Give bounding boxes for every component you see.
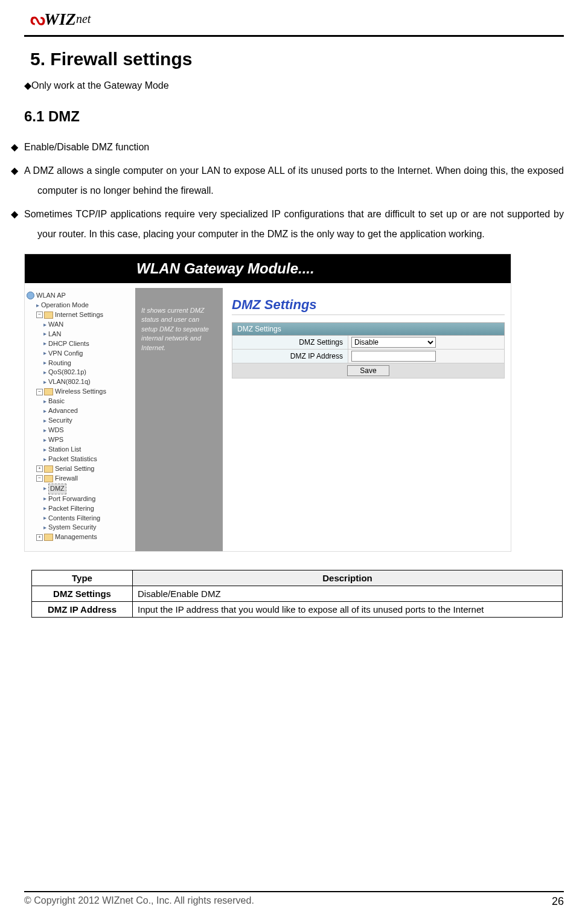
- tree-content-filt[interactable]: ▸Contents Filtering: [27, 514, 135, 523]
- ss-banner: WLAN Gateway Module....: [25, 254, 511, 288]
- td-type: DMZ Settings: [32, 586, 133, 602]
- tree-label: Port Forwarding: [48, 494, 95, 504]
- logo: ᔕ WIZnet: [24, 6, 564, 35]
- tree-op-mode[interactable]: ▸Operation Mode: [27, 301, 135, 310]
- tree-sys-sec[interactable]: ▸System Security: [27, 523, 135, 532]
- nav-tree: WLAN AP ▸Operation Mode −Internet Settin…: [25, 288, 135, 551]
- th-type: Type: [32, 570, 133, 586]
- description-table: Type Description DMZ Settings Disable/En…: [31, 570, 563, 618]
- arrow-icon: ▸: [43, 407, 46, 416]
- tree-basic[interactable]: ▸Basic: [27, 397, 135, 406]
- tree-dmz[interactable]: ▸DMZ: [27, 484, 135, 494]
- page-number: 26: [552, 895, 564, 908]
- tree-packet-filt[interactable]: ▸Packet Filtering: [27, 504, 135, 514]
- tree-label: System Security: [48, 523, 96, 532]
- tree-wds[interactable]: ▸WDS: [27, 426, 135, 435]
- tree-mgmt[interactable]: +Managements: [27, 532, 135, 542]
- save-button[interactable]: Save: [347, 365, 389, 376]
- tree-packet-stat[interactable]: ▸Packet Statistics: [27, 455, 135, 464]
- tree-advanced[interactable]: ▸Advanced: [27, 406, 135, 416]
- tree-label: WLAN AP: [36, 291, 66, 301]
- tree-label: Wireless Settings: [55, 387, 106, 397]
- note-gateway: ◆ Only work at the Gateway Mode: [24, 78, 564, 93]
- tree-label: Packet Statistics: [48, 455, 97, 464]
- heading-firewall: 5. Firewall settings: [30, 49, 564, 69]
- panel-label: DMZ IP Address: [232, 350, 348, 363]
- arrow-icon: ▸: [43, 368, 46, 377]
- page-footer: © Copyright 2012 WIZnet Co., Inc. All ri…: [24, 891, 564, 908]
- arrow-icon: ▸: [43, 397, 46, 406]
- bullet-text: Enable/Disable DMZ function: [24, 142, 149, 152]
- panel-label: DMZ Settings: [232, 336, 348, 349]
- tree-wan[interactable]: ▸WAN: [27, 320, 135, 330]
- arrow-icon: ▸: [43, 455, 46, 464]
- tree-routing[interactable]: ▸Routing: [27, 359, 135, 368]
- tree-serial[interactable]: +Serial Setting: [27, 464, 135, 474]
- tree-lan[interactable]: ▸LAN: [27, 330, 135, 339]
- tree-vlan[interactable]: ▸VLAN(802.1q): [27, 377, 135, 387]
- tree-station[interactable]: ▸Station List: [27, 445, 135, 455]
- arrow-icon: ▸: [43, 494, 46, 503]
- tree-label: Serial Setting: [55, 464, 94, 474]
- dmz-ip-input[interactable]: [351, 351, 436, 362]
- tree-label: Routing: [48, 359, 71, 368]
- tree-label-selected: DMZ: [48, 484, 66, 494]
- dmz-settings-select[interactable]: Disable: [351, 337, 436, 348]
- table-header-row: Type Description: [32, 570, 563, 586]
- bullet-3: ◆ Sometimes TCP/IP applications require …: [24, 204, 564, 244]
- bullet-1: ◆ Enable/Disable DMZ function: [24, 137, 564, 158]
- globe-icon: [27, 292, 34, 299]
- tree-label: LAN: [48, 330, 61, 339]
- tree-label: Contents Filtering: [48, 514, 100, 523]
- minus-icon[interactable]: −: [36, 311, 43, 318]
- tree-label: DHCP Clients: [48, 339, 89, 349]
- panel-save-row: Save: [232, 363, 505, 379]
- tree-label: Advanced: [48, 406, 78, 416]
- arrow-icon: ▸: [43, 523, 46, 532]
- tree-wps[interactable]: ▸WPS: [27, 435, 135, 445]
- minus-icon[interactable]: −: [36, 389, 43, 395]
- page-header: ᔕ WIZnet: [24, 6, 564, 37]
- arrow-icon: ▸: [43, 514, 46, 523]
- tree-label: Internet Settings: [55, 310, 103, 320]
- logo-brand2: net: [76, 12, 91, 26]
- arrow-icon: ▸: [43, 436, 46, 445]
- heading-dmz: 6.1 DMZ: [24, 108, 564, 125]
- bullet-2: ◆ A DMZ allows a single computer on your…: [24, 161, 564, 201]
- arrow-icon: ▸: [43, 417, 46, 426]
- panel-header: DMZ Settings: [232, 322, 505, 336]
- tree-security[interactable]: ▸Security: [27, 416, 135, 426]
- tree-label: Packet Filtering: [48, 504, 94, 514]
- panel-row-dmz-setting: DMZ Settings Disable: [232, 336, 505, 350]
- tree-dhcp[interactable]: ▸DHCP Clients: [27, 339, 135, 349]
- tree-wireless[interactable]: −Wireless Settings: [27, 387, 135, 397]
- tree-vpn[interactable]: ▸VPN Config: [27, 349, 135, 359]
- tree-label: Managements: [55, 532, 97, 542]
- plus-icon[interactable]: +: [36, 465, 43, 472]
- tree-internet[interactable]: −Internet Settings: [27, 310, 135, 320]
- ss-banner-title: WLAN Gateway Module....: [136, 260, 315, 277]
- arrow-icon: ▸: [43, 446, 46, 455]
- arrow-icon: ▸: [43, 484, 46, 493]
- folder-icon: [44, 311, 53, 319]
- panel-row-dmz-ip: DMZ IP Address: [232, 350, 505, 363]
- tree-label: Security: [48, 416, 72, 426]
- tree-firewall[interactable]: −Firewall: [27, 474, 135, 484]
- table-row: DMZ Settings Disable/Enable DMZ: [32, 586, 563, 602]
- settings-panel: DMZ Settings DMZ Settings Disable DMZ IP…: [232, 322, 505, 379]
- info-sidebar: It shows current DMZ status and user can…: [135, 288, 223, 551]
- arrow-icon: ▸: [43, 359, 46, 368]
- bullet-text: Sometimes TCP/IP applications require ve…: [24, 209, 564, 240]
- arrow-icon: ▸: [36, 301, 39, 310]
- tree-label: WPS: [48, 435, 63, 445]
- logo-swirl-icon: ᔕ: [30, 9, 45, 29]
- plus-icon[interactable]: +: [36, 534, 43, 541]
- table-row: DMZ IP Address Input the IP address that…: [32, 602, 563, 618]
- header-divider: [24, 35, 564, 37]
- tree-label: VPN Config: [48, 349, 83, 359]
- tree-root[interactable]: WLAN AP: [27, 291, 135, 301]
- tree-label: WDS: [48, 426, 64, 435]
- tree-qos[interactable]: ▸QoS(802.1p): [27, 368, 135, 377]
- tree-port-fwd[interactable]: ▸Port Forwarding: [27, 494, 135, 504]
- minus-icon[interactable]: −: [36, 475, 43, 482]
